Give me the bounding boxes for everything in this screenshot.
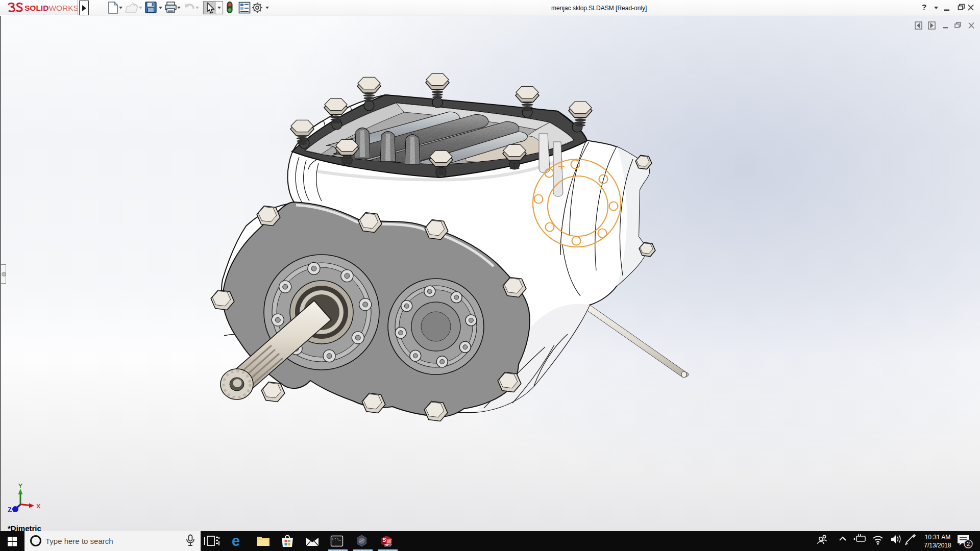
svg-text:C:\_: C:\_ [332,537,341,541]
svg-text:S: S [383,537,386,543]
svg-text:2: 2 [967,541,970,547]
svg-text:e: e [232,533,240,549]
svg-text:SOLIDWORKS: SOLIDWORKS [24,4,78,12]
svg-text:2017: 2017 [384,543,392,547]
